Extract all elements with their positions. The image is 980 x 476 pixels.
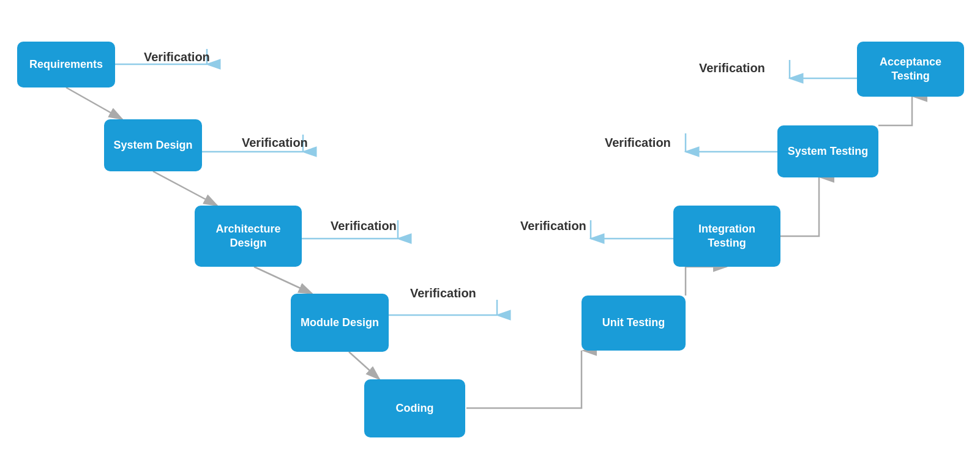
system-testing-box: System Testing — [777, 125, 878, 177]
svg-line-8 — [349, 352, 380, 379]
svg-line-5 — [66, 87, 122, 119]
verification-label-2: Verification — [242, 136, 308, 150]
module-design-box: Module Design — [291, 294, 389, 352]
verification-label-3: Verification — [331, 219, 397, 233]
verification-label-1: Verification — [144, 50, 210, 64]
unit-testing-box: Unit Testing — [582, 296, 686, 351]
integration-testing-box: Integration Testing — [673, 206, 780, 267]
svg-line-7 — [254, 267, 312, 294]
requirements-box: Requirements — [17, 42, 115, 87]
architecture-design-box: Architecture Design — [195, 206, 302, 267]
system-design-box: System Design — [104, 119, 202, 171]
coding-box: Coding — [364, 379, 465, 437]
acceptance-testing-box: Acceptance Testing — [857, 42, 964, 97]
verification-label-7: Verification — [699, 61, 765, 75]
verification-label-6: Verification — [605, 136, 671, 150]
verification-label-5: Verification — [520, 219, 586, 233]
svg-line-6 — [153, 171, 217, 206]
verification-label-4: Verification — [410, 286, 476, 300]
